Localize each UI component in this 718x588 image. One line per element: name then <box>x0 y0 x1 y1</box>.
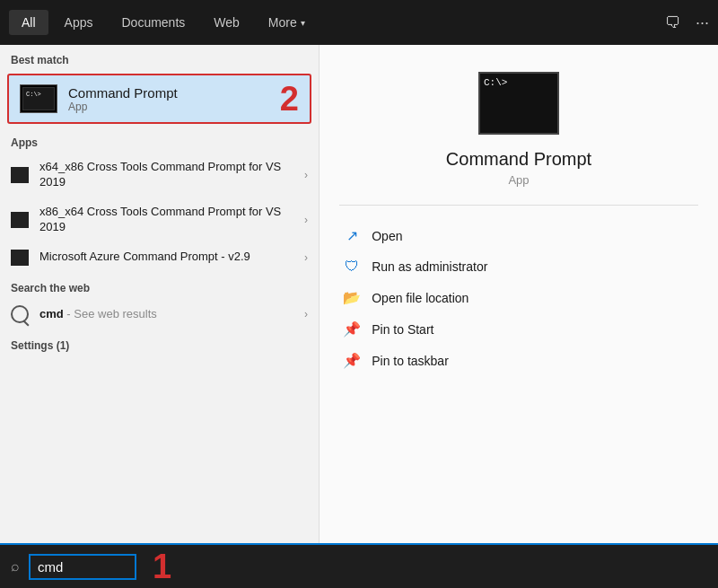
feedback-icon[interactable]: 🗨 <box>665 13 681 32</box>
more-label: More <box>268 15 297 30</box>
tab-more[interactable]: More ▾ <box>256 10 318 35</box>
tab-apps[interactable]: Apps <box>52 10 106 35</box>
action-run-as-admin[interactable]: 🛡 Run as administrator <box>339 251 698 282</box>
web-search-item[interactable]: cmd - See web results › <box>0 298 319 330</box>
cmd-mini-icon <box>22 87 55 110</box>
app-item-label-2: x86_x64 Cross Tools Command Prompt for V… <box>39 205 304 235</box>
chevron-right-icon-1: › <box>304 169 308 181</box>
pin-taskbar-icon: 📌 <box>343 352 361 369</box>
pin-start-icon: 📌 <box>343 320 361 338</box>
right-panel-title: Command Prompt <box>446 149 591 170</box>
action-pin-start-label: Pin to Start <box>372 322 433 337</box>
settings-label: Settings (1) <box>0 330 319 355</box>
tab-web[interactable]: Web <box>201 10 252 35</box>
chevron-right-icon-2: › <box>304 214 308 226</box>
search-bar: ⌕ 1 <box>0 543 718 588</box>
search-input[interactable] <box>29 554 136 580</box>
list-item[interactable]: x86_x64 Cross Tools Command Prompt for V… <box>0 197 319 242</box>
folder-icon: 📂 <box>343 289 361 306</box>
main-content: Best match Command Prompt App 2 Apps x64… <box>0 45 718 543</box>
best-match-label: Best match <box>0 45 319 70</box>
more-options-icon[interactable]: ··· <box>696 13 709 32</box>
action-open[interactable]: ↗ Open <box>339 220 698 251</box>
step-badge-2: 2 <box>280 80 299 118</box>
web-search-suffix: - See web results <box>64 307 157 320</box>
right-panel-subtitle: App <box>508 173 529 187</box>
web-search-text: cmd - See web results <box>39 307 304 320</box>
best-match-subtitle: App <box>68 101 178 113</box>
action-open-file-location[interactable]: 📂 Open file location <box>339 282 698 313</box>
command-prompt-large-icon <box>478 72 559 135</box>
best-match-item[interactable]: Command Prompt App 2 <box>7 74 311 124</box>
tab-documents[interactable]: Documents <box>109 10 197 35</box>
chevron-right-icon-web: › <box>304 308 308 320</box>
apps-section-label: Apps <box>0 127 319 153</box>
command-prompt-icon <box>20 84 57 113</box>
search-icon <box>11 305 29 323</box>
action-folder-label: Open file location <box>372 291 468 305</box>
top-bar-actions: 🗨 ··· <box>665 13 709 32</box>
top-navigation-bar: All Apps Documents Web More ▾ 🗨 ··· <box>0 0 718 45</box>
right-panel: Command Prompt App ↗ Open 🛡 Run as admin… <box>319 45 718 543</box>
app-icon-1 <box>11 167 29 183</box>
best-match-title: Command Prompt <box>68 85 178 101</box>
app-item-label-1: x64_x86 Cross Tools Command Prompt for V… <box>39 160 304 190</box>
action-pin-taskbar-label: Pin to taskbar <box>372 354 449 368</box>
step-badge-1: 1 <box>153 548 171 586</box>
admin-icon: 🛡 <box>343 259 361 275</box>
open-icon: ↗ <box>343 227 361 244</box>
left-panel: Best match Command Prompt App 2 Apps x64… <box>0 45 319 543</box>
divider <box>339 205 698 206</box>
web-search-query: cmd <box>39 307 64 320</box>
action-open-label: Open <box>372 229 402 243</box>
list-item[interactable]: Microsoft Azure Command Prompt - v2.9 › <box>0 242 319 273</box>
app-item-label-3: Microsoft Azure Command Prompt - v2.9 <box>39 250 304 265</box>
action-pin-to-start[interactable]: 📌 Pin to Start <box>339 313 698 345</box>
app-icon-2 <box>11 212 29 228</box>
tab-all[interactable]: All <box>9 10 48 35</box>
search-bar-icon: ⌕ <box>11 558 20 575</box>
chevron-down-icon: ▾ <box>301 18 305 28</box>
chevron-right-icon-3: › <box>304 251 308 264</box>
action-pin-to-taskbar[interactable]: 📌 Pin to taskbar <box>339 345 698 376</box>
app-icon-3 <box>11 250 29 266</box>
action-admin-label: Run as administrator <box>372 259 487 274</box>
list-item[interactable]: x64_x86 Cross Tools Command Prompt for V… <box>0 153 319 197</box>
best-match-text: Command Prompt App <box>68 85 178 113</box>
web-search-label: Search the web <box>0 273 319 298</box>
